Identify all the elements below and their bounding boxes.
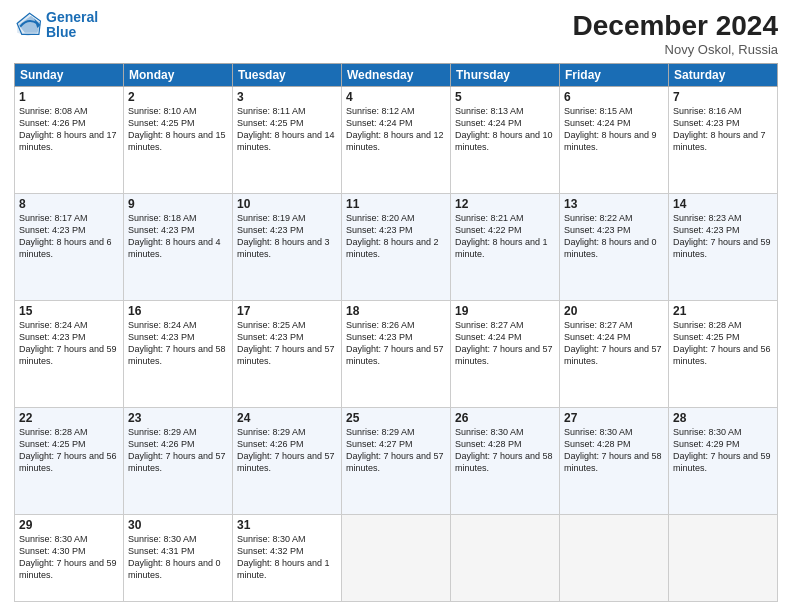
table-row: 19Sunrise: 8:27 AMSunset: 4:24 PMDayligh… bbox=[451, 300, 560, 407]
table-row: 4Sunrise: 8:12 AMSunset: 4:24 PMDaylight… bbox=[342, 87, 451, 194]
table-row: 21Sunrise: 8:28 AMSunset: 4:25 PMDayligh… bbox=[669, 300, 778, 407]
cell-info: Sunrise: 8:30 AMSunset: 4:29 PMDaylight:… bbox=[673, 426, 773, 475]
day-number: 26 bbox=[455, 411, 555, 425]
col-friday: Friday bbox=[560, 64, 669, 87]
header: General Blue December 2024 Novy Oskol, R… bbox=[14, 10, 778, 57]
cell-info: Sunrise: 8:23 AMSunset: 4:23 PMDaylight:… bbox=[673, 212, 773, 261]
weekday-header-row: Sunday Monday Tuesday Wednesday Thursday… bbox=[15, 64, 778, 87]
day-number: 2 bbox=[128, 90, 228, 104]
day-number: 8 bbox=[19, 197, 119, 211]
day-number: 31 bbox=[237, 518, 337, 532]
col-sunday: Sunday bbox=[15, 64, 124, 87]
table-row: 18Sunrise: 8:26 AMSunset: 4:23 PMDayligh… bbox=[342, 300, 451, 407]
day-number: 30 bbox=[128, 518, 228, 532]
table-row: 9Sunrise: 8:18 AMSunset: 4:23 PMDaylight… bbox=[124, 193, 233, 300]
day-number: 12 bbox=[455, 197, 555, 211]
day-number: 13 bbox=[564, 197, 664, 211]
cell-info: Sunrise: 8:17 AMSunset: 4:23 PMDaylight:… bbox=[19, 212, 119, 261]
cell-info: Sunrise: 8:30 AMSunset: 4:32 PMDaylight:… bbox=[237, 533, 337, 582]
col-thursday: Thursday bbox=[451, 64, 560, 87]
table-row: 3Sunrise: 8:11 AMSunset: 4:25 PMDaylight… bbox=[233, 87, 342, 194]
day-number: 3 bbox=[237, 90, 337, 104]
table-row: 5Sunrise: 8:13 AMSunset: 4:24 PMDaylight… bbox=[451, 87, 560, 194]
day-number: 10 bbox=[237, 197, 337, 211]
calendar-header: Sunday Monday Tuesday Wednesday Thursday… bbox=[15, 64, 778, 87]
cell-info: Sunrise: 8:29 AMSunset: 4:26 PMDaylight:… bbox=[237, 426, 337, 475]
calendar-week-row: 15Sunrise: 8:24 AMSunset: 4:23 PMDayligh… bbox=[15, 300, 778, 407]
day-number: 24 bbox=[237, 411, 337, 425]
cell-info: Sunrise: 8:16 AMSunset: 4:23 PMDaylight:… bbox=[673, 105, 773, 154]
day-number: 20 bbox=[564, 304, 664, 318]
logo: General Blue bbox=[14, 10, 98, 41]
table-row: 24Sunrise: 8:29 AMSunset: 4:26 PMDayligh… bbox=[233, 407, 342, 514]
cell-info: Sunrise: 8:18 AMSunset: 4:23 PMDaylight:… bbox=[128, 212, 228, 261]
calendar-week-row: 29Sunrise: 8:30 AMSunset: 4:30 PMDayligh… bbox=[15, 514, 778, 602]
table-row: 30Sunrise: 8:30 AMSunset: 4:31 PMDayligh… bbox=[124, 514, 233, 602]
calendar-week-row: 1Sunrise: 8:08 AMSunset: 4:26 PMDaylight… bbox=[15, 87, 778, 194]
day-number: 9 bbox=[128, 197, 228, 211]
day-number: 28 bbox=[673, 411, 773, 425]
day-number: 6 bbox=[564, 90, 664, 104]
cell-info: Sunrise: 8:30 AMSunset: 4:31 PMDaylight:… bbox=[128, 533, 228, 582]
col-saturday: Saturday bbox=[669, 64, 778, 87]
cell-info: Sunrise: 8:19 AMSunset: 4:23 PMDaylight:… bbox=[237, 212, 337, 261]
title-block: December 2024 Novy Oskol, Russia bbox=[573, 10, 778, 57]
day-number: 23 bbox=[128, 411, 228, 425]
cell-info: Sunrise: 8:15 AMSunset: 4:24 PMDaylight:… bbox=[564, 105, 664, 154]
day-number: 16 bbox=[128, 304, 228, 318]
cell-info: Sunrise: 8:21 AMSunset: 4:22 PMDaylight:… bbox=[455, 212, 555, 261]
cell-info: Sunrise: 8:24 AMSunset: 4:23 PMDaylight:… bbox=[128, 319, 228, 368]
day-number: 7 bbox=[673, 90, 773, 104]
table-row: 22Sunrise: 8:28 AMSunset: 4:25 PMDayligh… bbox=[15, 407, 124, 514]
calendar-week-row: 22Sunrise: 8:28 AMSunset: 4:25 PMDayligh… bbox=[15, 407, 778, 514]
day-number: 29 bbox=[19, 518, 119, 532]
col-monday: Monday bbox=[124, 64, 233, 87]
col-wednesday: Wednesday bbox=[342, 64, 451, 87]
day-number: 14 bbox=[673, 197, 773, 211]
cell-info: Sunrise: 8:27 AMSunset: 4:24 PMDaylight:… bbox=[455, 319, 555, 368]
cell-info: Sunrise: 8:28 AMSunset: 4:25 PMDaylight:… bbox=[19, 426, 119, 475]
table-row: 1Sunrise: 8:08 AMSunset: 4:26 PMDaylight… bbox=[15, 87, 124, 194]
day-number: 5 bbox=[455, 90, 555, 104]
table-row: 26Sunrise: 8:30 AMSunset: 4:28 PMDayligh… bbox=[451, 407, 560, 514]
cell-info: Sunrise: 8:24 AMSunset: 4:23 PMDaylight:… bbox=[19, 319, 119, 368]
table-row bbox=[560, 514, 669, 602]
cell-info: Sunrise: 8:28 AMSunset: 4:25 PMDaylight:… bbox=[673, 319, 773, 368]
logo-icon bbox=[14, 11, 42, 39]
day-number: 1 bbox=[19, 90, 119, 104]
calendar: Sunday Monday Tuesday Wednesday Thursday… bbox=[14, 63, 778, 602]
day-number: 21 bbox=[673, 304, 773, 318]
logo-text: General Blue bbox=[46, 10, 98, 41]
cell-info: Sunrise: 8:12 AMSunset: 4:24 PMDaylight:… bbox=[346, 105, 446, 154]
table-row bbox=[342, 514, 451, 602]
page: General Blue December 2024 Novy Oskol, R… bbox=[0, 0, 792, 612]
table-row: 14Sunrise: 8:23 AMSunset: 4:23 PMDayligh… bbox=[669, 193, 778, 300]
cell-info: Sunrise: 8:29 AMSunset: 4:26 PMDaylight:… bbox=[128, 426, 228, 475]
cell-info: Sunrise: 8:08 AMSunset: 4:26 PMDaylight:… bbox=[19, 105, 119, 154]
table-row bbox=[669, 514, 778, 602]
day-number: 17 bbox=[237, 304, 337, 318]
table-row: 7Sunrise: 8:16 AMSunset: 4:23 PMDaylight… bbox=[669, 87, 778, 194]
table-row: 23Sunrise: 8:29 AMSunset: 4:26 PMDayligh… bbox=[124, 407, 233, 514]
day-number: 22 bbox=[19, 411, 119, 425]
table-row: 2Sunrise: 8:10 AMSunset: 4:25 PMDaylight… bbox=[124, 87, 233, 194]
table-row: 11Sunrise: 8:20 AMSunset: 4:23 PMDayligh… bbox=[342, 193, 451, 300]
day-number: 4 bbox=[346, 90, 446, 104]
table-row: 6Sunrise: 8:15 AMSunset: 4:24 PMDaylight… bbox=[560, 87, 669, 194]
calendar-week-row: 8Sunrise: 8:17 AMSunset: 4:23 PMDaylight… bbox=[15, 193, 778, 300]
day-number: 19 bbox=[455, 304, 555, 318]
cell-info: Sunrise: 8:30 AMSunset: 4:28 PMDaylight:… bbox=[564, 426, 664, 475]
day-number: 18 bbox=[346, 304, 446, 318]
cell-info: Sunrise: 8:26 AMSunset: 4:23 PMDaylight:… bbox=[346, 319, 446, 368]
day-number: 25 bbox=[346, 411, 446, 425]
table-row: 29Sunrise: 8:30 AMSunset: 4:30 PMDayligh… bbox=[15, 514, 124, 602]
cell-info: Sunrise: 8:20 AMSunset: 4:23 PMDaylight:… bbox=[346, 212, 446, 261]
month-title: December 2024 bbox=[573, 10, 778, 42]
cell-info: Sunrise: 8:27 AMSunset: 4:24 PMDaylight:… bbox=[564, 319, 664, 368]
cell-info: Sunrise: 8:13 AMSunset: 4:24 PMDaylight:… bbox=[455, 105, 555, 154]
cell-info: Sunrise: 8:22 AMSunset: 4:23 PMDaylight:… bbox=[564, 212, 664, 261]
day-number: 11 bbox=[346, 197, 446, 211]
table-row: 17Sunrise: 8:25 AMSunset: 4:23 PMDayligh… bbox=[233, 300, 342, 407]
table-row: 12Sunrise: 8:21 AMSunset: 4:22 PMDayligh… bbox=[451, 193, 560, 300]
table-row: 31Sunrise: 8:30 AMSunset: 4:32 PMDayligh… bbox=[233, 514, 342, 602]
